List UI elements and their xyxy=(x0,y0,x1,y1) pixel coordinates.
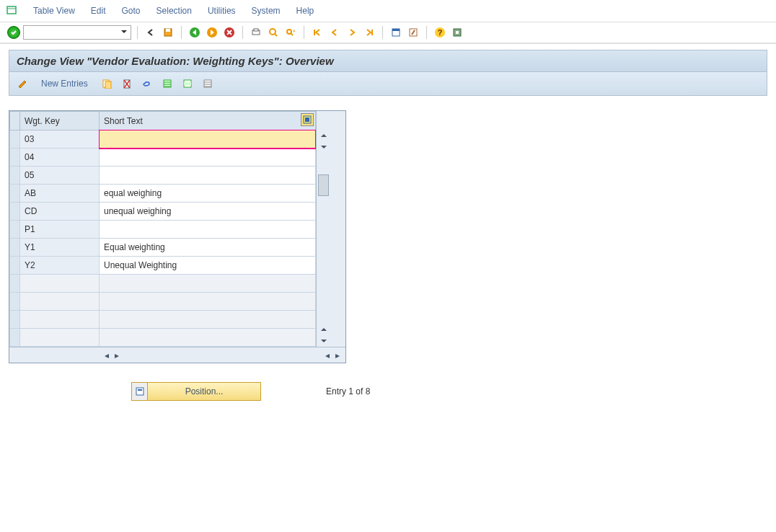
table-row[interactable]: ABequal weighing xyxy=(10,185,316,203)
table-row[interactable]: CDunequal weighing xyxy=(10,203,316,221)
cell-key[interactable]: P1 xyxy=(20,221,100,239)
scroll-down-icon[interactable] xyxy=(317,141,330,153)
row-selector[interactable] xyxy=(10,185,20,203)
menu-utilities[interactable]: Utilities xyxy=(200,3,243,19)
prev-page-icon[interactable] xyxy=(327,25,342,40)
cell-text[interactable] xyxy=(100,130,316,148)
row-selector[interactable] xyxy=(10,148,20,167)
cell-key[interactable]: Y2 xyxy=(20,257,100,275)
cell-key[interactable]: 05 xyxy=(20,167,100,185)
select-block-icon[interactable] xyxy=(180,76,195,91)
cell-text[interactable] xyxy=(100,167,316,185)
vertical-scrollbar[interactable] xyxy=(316,111,330,347)
cell-key[interactable] xyxy=(20,293,100,311)
menu-table-view[interactable]: Table View xyxy=(26,3,82,19)
last-page-icon[interactable] xyxy=(362,25,376,40)
row-selector[interactable] xyxy=(10,293,20,311)
back-icon[interactable] xyxy=(188,25,202,40)
back-button[interactable] xyxy=(144,25,158,40)
cell-key[interactable]: Y1 xyxy=(20,239,100,257)
cell-text[interactable]: Equal weighting xyxy=(100,239,316,257)
row-selector[interactable] xyxy=(10,275,20,293)
cell-key[interactable]: 04 xyxy=(20,148,100,167)
cell-text[interactable] xyxy=(100,293,316,311)
position-button[interactable]: Position... xyxy=(131,382,261,401)
save-button[interactable] xyxy=(161,25,175,40)
customize-icon[interactable] xyxy=(450,25,464,40)
column-wgt-key[interactable]: Wgt. Key xyxy=(20,112,100,130)
table-row-empty[interactable] xyxy=(10,275,316,293)
cell-text[interactable]: unequal weighing xyxy=(100,203,316,221)
app-menu-icon[interactable] xyxy=(6,4,19,17)
table-row[interactable]: 03 xyxy=(10,130,316,148)
cancel-icon[interactable] xyxy=(222,25,237,40)
scroll-right-icon[interactable]: ▸ xyxy=(332,350,343,360)
create-session-icon[interactable] xyxy=(389,25,403,40)
generate-shortcut-icon[interactable] xyxy=(406,25,420,40)
horizontal-scrollbar[interactable]: ◂ ▸ ◂ ▸ xyxy=(9,347,345,363)
cell-text[interactable] xyxy=(100,148,316,167)
command-field[interactable] xyxy=(23,25,131,40)
select-all-icon[interactable] xyxy=(160,76,175,91)
row-selector[interactable] xyxy=(10,221,20,239)
table-row[interactable]: P1 xyxy=(10,221,316,239)
next-page-icon[interactable] xyxy=(345,25,359,40)
table-row-empty[interactable] xyxy=(10,311,316,329)
row-selector[interactable] xyxy=(10,239,20,257)
scroll-down-icon[interactable] xyxy=(317,335,330,347)
new-entries-button[interactable]: New Entries xyxy=(35,77,94,90)
row-selector[interactable] xyxy=(10,311,20,329)
scroll-left-icon[interactable]: ◂ xyxy=(322,350,332,360)
scrollbar-track[interactable] xyxy=(317,153,330,324)
select-column-header[interactable] xyxy=(10,112,20,130)
scroll-right-icon[interactable]: ▸ xyxy=(112,350,122,360)
table-row[interactable]: Y1Equal weighting xyxy=(10,239,316,257)
cell-text[interactable] xyxy=(100,221,316,239)
column-short-text[interactable]: Short Text xyxy=(100,112,316,130)
menu-system[interactable]: System xyxy=(244,3,288,19)
cell-key[interactable]: CD xyxy=(20,203,100,221)
table-row-empty[interactable] xyxy=(10,329,316,347)
toggle-change-icon[interactable] xyxy=(15,76,30,91)
delete-icon[interactable] xyxy=(120,76,134,91)
table-row[interactable]: 05 xyxy=(10,167,316,185)
cell-key[interactable]: AB xyxy=(20,185,100,203)
exit-icon[interactable] xyxy=(205,25,219,40)
cell-text[interactable]: Unequal Weighting xyxy=(100,257,316,275)
cell-text[interactable] xyxy=(100,311,316,329)
row-selector[interactable] xyxy=(10,167,20,185)
row-selector[interactable] xyxy=(10,203,20,221)
scroll-up-icon[interactable] xyxy=(317,324,330,335)
copy-as-icon[interactable] xyxy=(100,76,114,91)
cell-text[interactable]: equal weighing xyxy=(100,185,316,203)
find-icon[interactable] xyxy=(266,25,281,40)
menu-help[interactable]: Help xyxy=(289,3,322,19)
menu-selection[interactable]: Selection xyxy=(149,3,199,19)
help-icon[interactable]: ? xyxy=(433,25,447,40)
row-selector[interactable] xyxy=(10,257,20,275)
cell-key[interactable] xyxy=(20,311,100,329)
row-selector[interactable] xyxy=(10,130,20,148)
scroll-left-icon[interactable]: ◂ xyxy=(102,350,112,360)
menu-goto[interactable]: Goto xyxy=(115,3,148,19)
undo-change-icon[interactable] xyxy=(140,76,154,91)
first-page-icon[interactable] xyxy=(310,25,325,40)
cell-key[interactable] xyxy=(20,275,100,293)
command-dropdown-icon[interactable] xyxy=(120,28,129,37)
table-settings-icon[interactable] xyxy=(301,113,314,126)
cell-text[interactable] xyxy=(100,275,316,293)
deselect-all-icon[interactable] xyxy=(200,76,215,91)
enter-button[interactable] xyxy=(7,26,20,39)
table-row[interactable]: 04 xyxy=(10,148,316,167)
find-next-icon[interactable] xyxy=(283,25,298,40)
print-icon[interactable] xyxy=(249,25,263,40)
cell-key[interactable]: 03 xyxy=(20,130,100,148)
cell-key[interactable] xyxy=(20,329,100,347)
table-row[interactable]: Y2Unequal Weighting xyxy=(10,257,316,275)
menu-edit[interactable]: Edit xyxy=(84,3,113,19)
scroll-up-icon[interactable] xyxy=(317,130,330,141)
cell-text[interactable] xyxy=(100,329,316,347)
table-row-empty[interactable] xyxy=(10,293,316,311)
scrollbar-thumb[interactable] xyxy=(318,174,329,196)
row-selector[interactable] xyxy=(10,329,20,347)
